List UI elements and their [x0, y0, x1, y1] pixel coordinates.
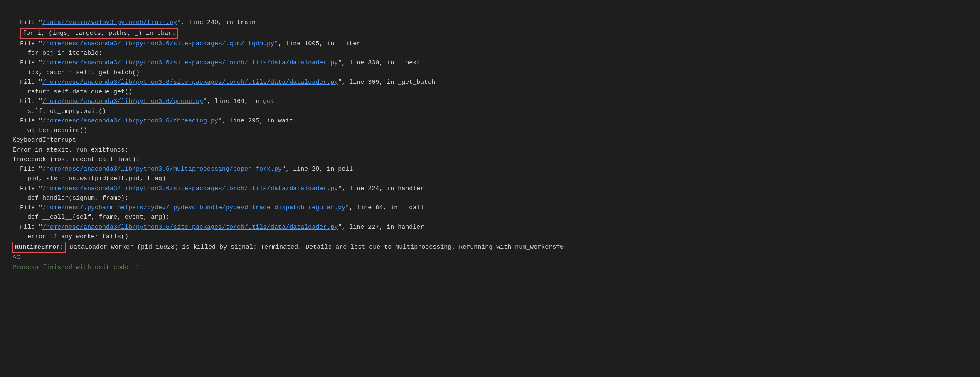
traceback-line-3: for obj in iterable:: [12, 49, 968, 58]
traceback-line-0: File "/data2/vuiin/volov3_pytorch/train.…: [12, 18, 968, 27]
traceback-line-24: ^C: [12, 253, 968, 262]
file-link-10[interactable]: /home/nesc/anaconda3/lib/python3.6/threa…: [42, 118, 218, 125]
traceback-line-11: waiter.acquire(): [12, 126, 968, 135]
traceback-line-16: pid, sts = os.waitpid(self.pid, flag): [12, 174, 968, 184]
file-link-6[interactable]: /home/nesc/anaconda3/lib/python3.6/site-…: [42, 79, 338, 86]
highlighted-code-1: for i, (imgs, targets, paths, _) in pbar…: [20, 28, 178, 39]
traceback-line-6: File "/home/nesc/anaconda3/lib/python3.6…: [12, 78, 968, 87]
traceback-line-8: File "/home/nesc/anaconda3/lib/python3.6…: [12, 97, 968, 106]
traceback-line-22: error_if_any_worker_fails(): [12, 232, 968, 242]
process-finished-text: Process finished with exit code -1: [12, 263, 968, 272]
traceback-line-21: File "/home/nesc/anaconda3/lib/python3.6…: [12, 223, 968, 232]
traceback-line-12: KeyboardInterrupt: [12, 135, 968, 145]
traceback-container: File "/data2/vuiin/volov3_pytorch/train.…: [12, 8, 968, 272]
traceback-line-18: def handler(signum, frame):: [12, 193, 968, 203]
traceback-line-19: File "/home/nesc/.pycharm_helpers/pydev/…: [12, 203, 968, 213]
traceback-line-17: File "/home/nesc/anaconda3/lib/python3.6…: [12, 184, 968, 193]
file-link-4[interactable]: /home/nesc/anaconda3/lib/python3.6/site-…: [42, 59, 338, 66]
traceback-line-20: def __call__(self, frame, event, arg):: [12, 213, 968, 222]
file-link-2[interactable]: /home/nesc/anaconda3/lib/python3.6/site-…: [42, 40, 274, 47]
file-link-17[interactable]: /home/nesc/anaconda3/lib/python3.6/site-…: [42, 185, 338, 192]
runtime-error-label: RuntimeError:: [12, 242, 66, 253]
traceback-line-4: File "/home/nesc/anaconda3/lib/python3.6…: [12, 58, 968, 68]
file-link-15[interactable]: /home/nesc/anaconda3/lib/python3.6/multi…: [42, 166, 282, 173]
traceback-line-5: idx, batch = self._get_batch(): [12, 68, 968, 78]
file-link-21[interactable]: /home/nesc/anaconda3/lib/python3.6/site-…: [42, 224, 338, 231]
traceback-line-9: self.not_empty.wait(): [12, 107, 968, 116]
traceback-line-23: RuntimeError: DataLoader worker (pid 169…: [12, 242, 968, 253]
file-link-8[interactable]: /home/nesc/anaconda3/lib/python3.6/queue…: [42, 98, 203, 105]
traceback-line-13: Error in atexit._run_exitfuncs:: [12, 145, 968, 155]
file-link-19[interactable]: /home/nesc/.pycharm_helpers/pydev/_pydev…: [42, 204, 345, 211]
file-link-0[interactable]: /data2/vuiin/volov3_pytorch/train.py: [42, 19, 177, 26]
traceback-line-10: File "/home/nesc/anaconda3/lib/python3.6…: [12, 116, 968, 126]
traceback-line-15: File "/home/nesc/anaconda3/lib/python3.6…: [12, 164, 968, 174]
traceback-line-14: Traceback (most recent call last):: [12, 155, 968, 164]
traceback-line-2: File "/home/nesc/anaconda3/lib/python3.6…: [12, 39, 968, 49]
traceback-line-1: for i, (imgs, targets, paths, _) in pbar…: [12, 28, 968, 39]
traceback-line-7: return self.data_queue.get(): [12, 87, 968, 97]
